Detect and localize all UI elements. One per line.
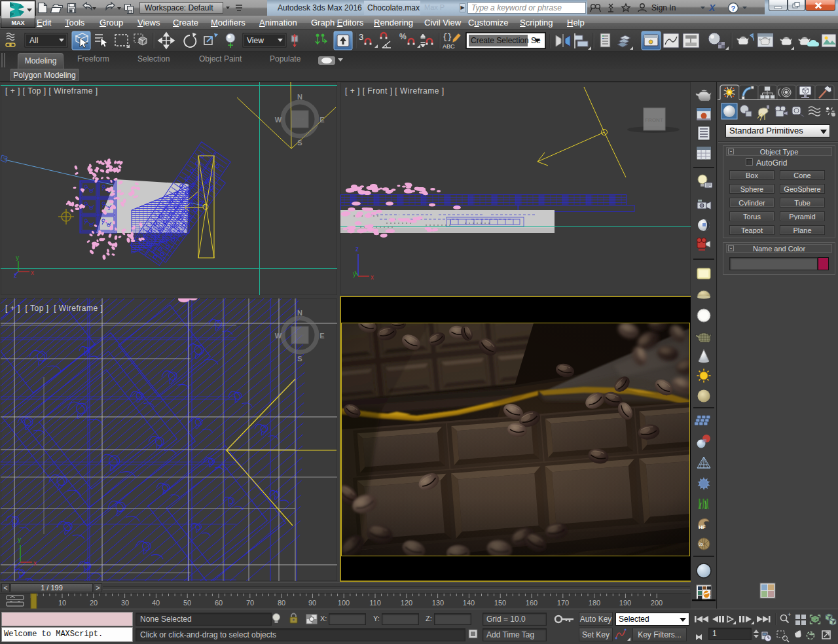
svg-text:160: 160	[526, 599, 537, 607]
svg-text:110: 110	[369, 599, 381, 607]
svg-text:z: z	[14, 564, 17, 571]
svg-text:40: 40	[152, 599, 160, 607]
svg-text:80: 80	[278, 599, 285, 607]
svg-text:200: 200	[651, 599, 663, 607]
svg-text:{}: {}	[443, 33, 452, 42]
svg-text:z: z	[355, 245, 359, 253]
svg-text:190: 190	[619, 599, 631, 607]
svg-text:W: W	[275, 332, 282, 340]
svg-text:y: y	[18, 536, 21, 543]
svg-text:HF: HF	[699, 524, 706, 530]
svg-text:N: N	[297, 309, 302, 317]
svg-text:S: S	[297, 139, 302, 147]
svg-text:All: All	[29, 36, 38, 45]
svg-text:3: 3	[359, 32, 363, 42]
svg-text:70: 70	[246, 599, 254, 607]
svg-text:0x: 0x	[699, 542, 704, 546]
svg-text:60: 60	[215, 599, 223, 607]
svg-text:Create Selection Se: Create Selection Se	[471, 36, 541, 45]
svg-text:180: 180	[589, 599, 600, 607]
svg-text:10: 10	[58, 599, 66, 607]
svg-text:+: +	[788, 611, 791, 618]
svg-text:120: 120	[401, 599, 412, 607]
svg-text:130: 130	[432, 599, 444, 607]
svg-text:E: E	[319, 332, 324, 340]
svg-text:30: 30	[121, 599, 129, 607]
svg-text:W: W	[275, 116, 282, 124]
svg-text:140: 140	[463, 599, 475, 607]
svg-text:100: 100	[338, 599, 350, 607]
svg-text:y: y	[16, 254, 19, 261]
svg-text:FRONT: FRONT	[645, 117, 663, 123]
svg-text:ABC: ABC	[443, 43, 455, 50]
svg-text:x: x	[371, 274, 374, 281]
svg-text:S: S	[297, 355, 302, 363]
svg-text:y: y	[353, 270, 356, 277]
svg-text:?: ?	[731, 5, 736, 12]
svg-text:x: x	[31, 269, 34, 276]
svg-text:20: 20	[90, 599, 98, 607]
svg-text:E: E	[319, 116, 324, 124]
svg-text:Sign In: Sign In	[651, 3, 676, 12]
svg-text:170: 170	[557, 599, 569, 607]
svg-text:TOP: TOP	[295, 333, 305, 338]
svg-text:N: N	[297, 93, 302, 101]
svg-text:150: 150	[494, 599, 506, 607]
svg-text:%: %	[399, 32, 407, 41]
svg-text:90: 90	[308, 599, 316, 607]
svg-text:50: 50	[183, 599, 191, 607]
svg-text:X: X	[708, 3, 716, 13]
svg-text:TOP: TOP	[295, 117, 305, 122]
svg-text:x: x	[33, 560, 37, 567]
svg-text:View: View	[247, 36, 264, 45]
